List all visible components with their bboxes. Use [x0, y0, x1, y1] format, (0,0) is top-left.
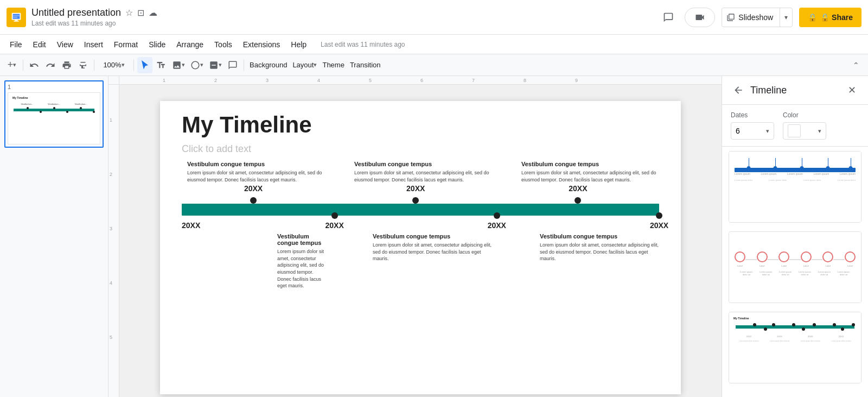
shape-arrow-icon: ▾ [200, 61, 203, 68]
panel-back-button[interactable] [731, 83, 746, 98]
circle-node-1: Label [735, 251, 745, 267]
undo-button[interactable] [27, 57, 42, 73]
menu-file[interactable]: File [4, 38, 28, 51]
ruler-row: 1 2 3 4 5 6 7 8 9 [108, 76, 722, 85]
transition-button[interactable]: Transition [348, 57, 383, 73]
textbox-button[interactable] [154, 57, 169, 73]
slide-thumbnail-1[interactable]: 1 My Timeline Vestibulum...Vestibulum...… [4, 80, 104, 148]
add-slide-button[interactable]: + ▾ [4, 57, 20, 73]
toolbar-separator-4 [244, 60, 244, 71]
menu-format[interactable]: Format [108, 38, 143, 51]
template-preview-3: My Timeline [729, 312, 861, 383]
template-card-2[interactable]: Label Label Label [729, 231, 861, 303]
share-label: 🔒 Share [820, 13, 853, 22]
toolbar-separator [23, 60, 23, 71]
plus-icon: + [8, 59, 14, 71]
template-card-3[interactable]: My Timeline [729, 312, 861, 383]
year-bottom-1: 20XX [325, 221, 343, 230]
ruler-horizontal: 1 2 3 4 5 6 7 8 9 [119, 76, 722, 84]
dot-bottom-2 [494, 212, 500, 219]
menu-slide[interactable]: Slide [143, 38, 171, 51]
meet-button[interactable] [685, 8, 715, 27]
redo-button[interactable] [43, 57, 58, 73]
layout-button[interactable]: Layout ▾ [290, 57, 319, 73]
hide-toolbar-button[interactable]: ⌃ [848, 57, 864, 73]
folder-icon[interactable]: ⊡ [137, 8, 144, 18]
top-bar: Untitled presentation ☆ ⊡ ☁ Last edit wa… [0, 0, 868, 35]
menu-edit[interactable]: Edit [28, 38, 52, 51]
zoom-arrow-icon: ▾ [122, 61, 125, 68]
title-area: Untitled presentation ☆ ⊡ ☁ Last edit wa… [31, 7, 659, 27]
color-control: Color ▾ [783, 111, 826, 140]
theme-label: Theme [322, 61, 344, 69]
last-edit-inline[interactable]: Last edit was 11 minutes ago [321, 41, 405, 48]
dot-bottom-3 [656, 212, 662, 219]
year-bottom-left: 20XX [182, 221, 200, 230]
svg-rect-1 [13, 14, 20, 18]
last-edit[interactable]: Last edit was 11 minutes ago [31, 20, 659, 27]
dot-top-1 [250, 197, 257, 204]
share-button[interactable]: 🔒 🔒 Share [799, 8, 861, 27]
slide-title[interactable]: My Timeline [182, 112, 312, 138]
timeline-top-item-2: Vestibulum congue tempus Lorem ipsum dol… [349, 161, 492, 183]
app-logo[interactable] [7, 8, 26, 27]
menu-help[interactable]: Help [285, 38, 312, 51]
cloud-icon[interactable]: ☁ [149, 8, 157, 18]
year-top-1: 20XX [244, 184, 263, 193]
panel-close-button[interactable]: ✕ [844, 83, 859, 98]
menu-tools[interactable]: Tools [209, 38, 238, 51]
layout-label: Layout [292, 61, 314, 69]
color-select[interactable]: ▾ [783, 122, 826, 140]
dot-bottom-1 [331, 212, 338, 219]
ruler-corner [108, 76, 119, 84]
shape-button[interactable]: ▾ [188, 57, 206, 73]
slide-container: My Timeline Click to add text Vestibulum… [119, 85, 722, 397]
timeline-top-title-1: Vestibulum congue tempus [187, 161, 325, 167]
theme-button[interactable]: Theme [320, 57, 346, 73]
timeline-bottom-body-3: Lorem ipsum dolor sit amet, consectetur … [540, 242, 659, 262]
lock-icon: 🔒 [808, 13, 817, 22]
menu-arrange[interactable]: Arrange [171, 38, 209, 51]
menu-view[interactable]: View [52, 38, 79, 51]
panel-controls: Dates 6 ▾ Color ▾ [722, 105, 868, 147]
slide-canvas[interactable]: My Timeline Click to add text Vestibulum… [160, 101, 681, 394]
star-icon[interactable]: ☆ [125, 8, 133, 18]
dates-select[interactable]: 6 ▾ [731, 122, 774, 140]
background-button[interactable]: Background [247, 57, 289, 73]
zoom-button[interactable]: 100% ▾ [98, 57, 130, 73]
print-button[interactable] [59, 57, 74, 73]
background-label: Background [250, 61, 287, 69]
line-button[interactable]: ▾ [207, 57, 224, 73]
panel-header: Timeline ✕ [722, 76, 868, 105]
template-card-1[interactable]: Lorem ipsum Lorem ipsum Lorem ipsum Lore… [729, 151, 861, 223]
slide-subtitle[interactable]: Click to add text [182, 143, 659, 155]
layout-arrow-icon: ▾ [314, 61, 317, 68]
svg-rect-5 [14, 21, 18, 21]
dot-top-2 [412, 197, 419, 204]
timeline-top-body-1: Lorem ipsum dolor sit amet, consectetur … [187, 169, 325, 183]
toolbar-separator-2 [94, 60, 94, 71]
thumb-inner: My Timeline Vestibulum...Vestibulum...Ve… [8, 92, 100, 144]
comment-toolbar-button[interactable] [225, 57, 240, 73]
paintformat-button[interactable] [75, 57, 91, 73]
slideshow-arrow-icon: ▾ [784, 14, 788, 21]
chevron-down-icon: ▾ [13, 61, 16, 68]
timeline-bottom-title-2: Vestibulum congue tempus [373, 233, 492, 240]
image-button[interactable]: ▾ [170, 57, 187, 73]
ruler-vertical: 1 2 3 4 5 [108, 85, 119, 397]
year-top-3: 20XX [569, 184, 587, 193]
comment-button[interactable] [659, 8, 678, 27]
menu-extensions[interactable]: Extensions [238, 38, 285, 51]
select-tool-button[interactable] [137, 57, 152, 73]
timeline-bottom-title-3: Vestibulum congue tempus [540, 233, 659, 240]
circle-node-3: Label [778, 251, 789, 267]
slide-scroll[interactable]: 1 2 3 4 5 My Timeline Click to add text [108, 85, 722, 397]
circle-node-6: Label [845, 251, 856, 267]
timeline-bottom-body-2: Lorem ipsum dolor sit amet, consectetur … [373, 242, 492, 262]
circle-node-2: Label [757, 251, 768, 267]
dates-control: Dates 6 ▾ [731, 111, 774, 140]
color-label: Color [783, 111, 826, 119]
menu-insert[interactable]: Insert [79, 38, 108, 51]
slideshow-button[interactable]: Slideshow ▾ [722, 8, 793, 27]
doc-title[interactable]: Untitled presentation [31, 7, 121, 18]
